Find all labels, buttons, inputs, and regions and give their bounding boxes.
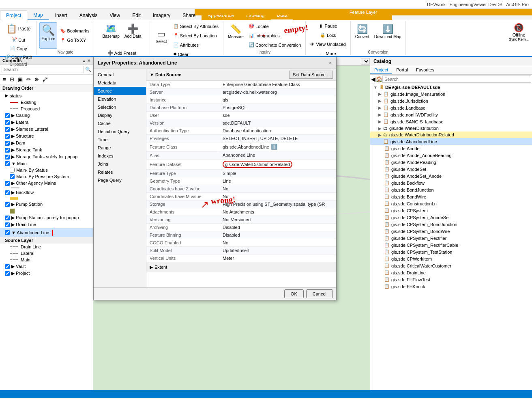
tab-project[interactable]: Project (0, 11, 27, 20)
catalog-item[interactable]: 📋gis.sde.CPSystem_RectifierCable (370, 242, 532, 248)
locate-button[interactable]: 🎯 Locate (247, 22, 303, 30)
catalog-item-water-distribution-related[interactable]: ▶🗂gis.sde.WaterDistributionRelated (370, 132, 532, 138)
catalog-home-button[interactable]: 🏠 (375, 76, 382, 82)
table-view-button[interactable]: ⊞ (9, 76, 15, 83)
catalog-item[interactable]: ▶📋gis.sde.Image_Mensuration (370, 91, 532, 97)
tab-edit[interactable]: Edit (126, 11, 147, 20)
explore-button[interactable]: 🔍 Explore (39, 22, 57, 49)
bookmarks-button[interactable]: 🔖 Bookmarks (58, 27, 91, 35)
list-item[interactable]: ▼ Main (0, 160, 93, 167)
download-map-button[interactable]: ⬇️Download Map (372, 22, 403, 49)
add-preset-button[interactable]: ➕ Add Preset (105, 49, 138, 57)
list-item[interactable]: ▶ Project (0, 270, 93, 277)
nav-range[interactable]: Range (94, 144, 146, 152)
nav-time[interactable]: Time (94, 136, 146, 144)
list-item[interactable]: ▶ Storage Tank (0, 147, 93, 153)
nav-elevation[interactable]: Elevation (94, 95, 146, 103)
list-item[interactable]: ▶ Vault (0, 263, 93, 270)
catalog-item[interactable]: 📋gis.sde.BondJunction (370, 186, 532, 193)
tab-analysis[interactable]: Analysis (73, 11, 104, 20)
catalog-item[interactable]: 📋gis.sde.CriticalWaterCustomer (370, 262, 532, 269)
catalog-item[interactable]: ▶📋gis.sde.Jurisdiction (370, 97, 532, 104)
catalog-tab-favorites[interactable]: Favorites (412, 66, 438, 74)
catalog-search-input[interactable] (382, 75, 531, 83)
extent-section[interactable]: ▶ Extent (146, 262, 336, 272)
nav-metadata[interactable]: Metadata (94, 79, 146, 87)
list-item-abandoned-line[interactable]: ▼ Abandoned Line | (0, 228, 93, 237)
catalog-tab-project[interactable]: Project (370, 66, 392, 74)
nav-source[interactable]: Source (94, 87, 146, 95)
list-item[interactable]: ▶ Lateral (0, 119, 93, 126)
go-to-xy-button[interactable]: 📍 Go To XY (58, 36, 91, 45)
select-by-location-button[interactable]: 📍 Select By Location (171, 31, 221, 40)
catalog-item[interactable]: 📋gis.sde.FHFlowTest (370, 276, 532, 283)
basemap-button[interactable]: 🗺️Basemap (101, 22, 122, 48)
drawing-order-button[interactable]: ▣ (17, 76, 24, 83)
nav-selection[interactable]: Selection (94, 103, 146, 111)
list-item[interactable]: ▶ Dam (0, 140, 93, 147)
catalog-back-button[interactable]: ◀ (371, 76, 375, 82)
nav-indexes[interactable]: Indexes (94, 152, 146, 160)
catalog-item[interactable]: 📋gis.sde.CPWorkItem (370, 255, 532, 262)
contents-search-input[interactable] (2, 66, 84, 73)
catalog-item[interactable]: ▶📋gis.sde.SANGIS_landbase (370, 118, 532, 125)
catalog-tab-portal[interactable]: Portal (392, 66, 412, 74)
dialog-close-button[interactable]: × (329, 60, 332, 66)
list-item[interactable]: ▶ Drain Line (0, 221, 93, 228)
list-item[interactable]: Main- By Pressure System (0, 173, 93, 180)
catalog-item[interactable]: 📋gis.sde.CPSystem_BondWire (370, 228, 532, 235)
catalog-item[interactable]: 📋gis.sde.AnodeSet (370, 166, 532, 173)
select-by-attributes-button[interactable]: 📋 Select By Attributes (171, 22, 221, 30)
list-item[interactable]: ▶ Casing (0, 112, 93, 119)
select-button[interactable]: ▭Select (152, 27, 170, 54)
copy-button[interactable]: 📄 Copy (8, 44, 29, 53)
catalog-item[interactable]: ▶📋gis.sde.nonHWDFacility (370, 111, 532, 118)
catalog-item[interactable]: 📋gis.sde.DrainLine (370, 269, 532, 276)
catalog-item[interactable]: 📋gis.sde.FHKnock (370, 283, 532, 290)
list-view-button[interactable]: ≡ (2, 76, 7, 83)
add-data-button[interactable]: ➕Add Data (122, 22, 144, 48)
nav-relates[interactable]: Relates (94, 168, 146, 176)
convert-button[interactable]: 🔄Convert (353, 22, 371, 49)
catalog-item-sde[interactable]: ▼ 🗄 DEVgis-sde-DEFAULT.sde (370, 84, 532, 91)
tab-view[interactable]: View (103, 11, 126, 20)
list-item[interactable]: ▶ Pump Station - purely for popup (0, 214, 93, 221)
map-view-select[interactable] (361, 58, 370, 65)
cut-button[interactable]: ✂️ Cut (9, 36, 27, 44)
infographics-button[interactable]: 📊 Infographics (247, 31, 303, 40)
tab-insert[interactable]: Insert (49, 11, 73, 20)
lock-button[interactable]: 🔒 Lock (318, 31, 338, 39)
catalog-item-abandoned-line[interactable]: ▶📋gis.sde.AbandonedLine (370, 138, 532, 145)
nav-cache[interactable]: Cache (94, 119, 146, 127)
view-unplaced-button[interactable]: 👁 View Unplaced (308, 40, 348, 48)
catalog-item[interactable]: ▶📋gis.sde.Landbase (370, 104, 532, 111)
nav-general[interactable]: General (94, 71, 146, 79)
more-button[interactable]: ⋯ More (318, 49, 338, 58)
catalog-item[interactable]: 📋gis.sde.Anode (370, 145, 532, 152)
nav-display[interactable]: Display (94, 111, 146, 119)
catalog-item-water-distribution[interactable]: ▶🗂gis.sde.WaterDistribution (370, 125, 532, 132)
dialog-cancel-button[interactable]: Cancel (306, 289, 333, 298)
coordinate-conversion-button[interactable]: 🔄 Coordinate Conversion (247, 41, 303, 49)
feature-class-info-icon[interactable]: ℹ️ (271, 144, 277, 150)
catalog-item[interactable]: 📋gis.sde.CPSystem_BondJunction (370, 221, 532, 228)
list-item[interactable]: ▶ Storage Tank - solely for popup (0, 153, 93, 160)
catalog-item[interactable]: 📋gis.sde.CPSystem (370, 207, 532, 214)
catalog-item[interactable]: 📋gis.sde.CPSystem_Rectifier (370, 235, 532, 242)
dialog-ok-button[interactable]: OK (284, 289, 304, 298)
list-item[interactable]: Main- By Status (0, 167, 93, 173)
catalog-item[interactable]: 📋gis.sde.AnodeReading (370, 159, 532, 166)
edit-layers-button[interactable]: ✏ (25, 76, 32, 83)
paste-button[interactable]: 📋Paste (4, 22, 33, 36)
catalog-item[interactable]: 📋gis.sde.AnodeSet_Anode (370, 173, 532, 179)
set-data-source-button[interactable]: Set Data Source... (289, 71, 333, 79)
measure-button[interactable]: 📏Measure (226, 22, 246, 49)
nav-joins[interactable]: Joins (94, 160, 146, 168)
catalog-item[interactable]: 📋gis.sde.ConstructionLn (370, 200, 532, 207)
list-item[interactable]: ▶ Structure (0, 133, 93, 140)
pause-button[interactable]: ⏸ Pause (317, 22, 339, 30)
catalog-item[interactable]: 📋gis.sde.Anode_AnodeReading (370, 152, 532, 159)
nav-page-query[interactable]: Page Query (94, 176, 146, 184)
tab-imagery[interactable]: Imagery (147, 11, 176, 20)
list-item[interactable]: ▶ Pump Station (0, 201, 93, 208)
